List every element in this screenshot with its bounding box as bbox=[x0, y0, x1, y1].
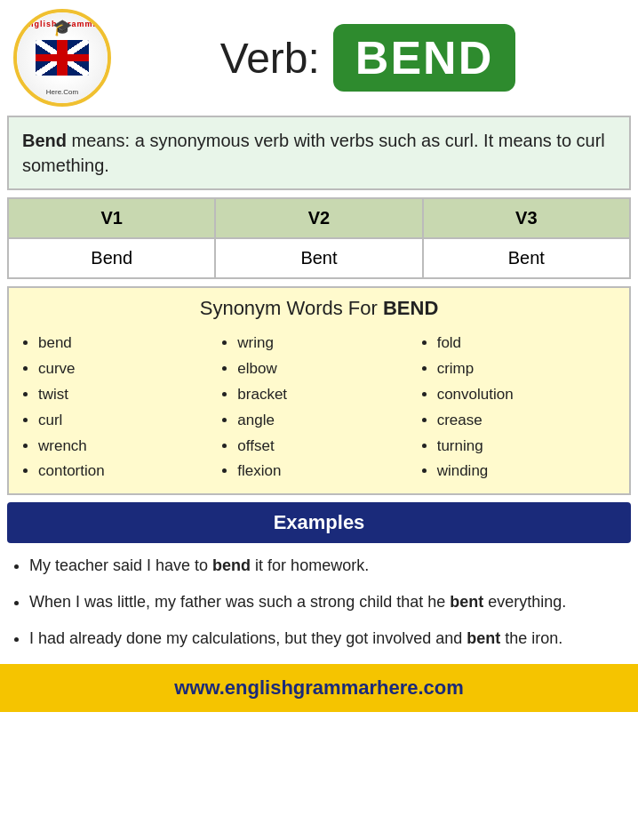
list-item: twist bbox=[38, 382, 217, 408]
synonym-col-3: fold crimp convolution crease turning wi… bbox=[421, 331, 616, 484]
list-item: wrench bbox=[38, 434, 217, 460]
verb-word: BEND bbox=[355, 32, 493, 84]
definition-box: Bend means: a synonymous verb with verbs… bbox=[7, 116, 631, 190]
list-item: offset bbox=[237, 434, 416, 460]
footer: www.englishgrammarhere.com bbox=[0, 664, 638, 712]
examples-header: Examples bbox=[7, 502, 631, 543]
logo: English Grammar 🎓 Here.Com bbox=[13, 9, 111, 107]
table-cell-v3: Bent bbox=[423, 238, 630, 278]
table-header-v1: V1 bbox=[8, 198, 215, 238]
list-item: curl bbox=[38, 408, 217, 434]
example-item-2: When I was little, my father was such a … bbox=[29, 590, 631, 614]
logo-text-bottom: Here.Com bbox=[17, 88, 108, 96]
footer-url: www.englishgrammarhere.com bbox=[174, 676, 464, 699]
definition-text: Bend means: a synonymous verb with verbs… bbox=[22, 128, 616, 178]
example-3-prefix: I had already done my calculations, but … bbox=[29, 629, 467, 647]
table-header-v3: V3 bbox=[423, 198, 630, 238]
synonym-col-2: wring elbow bracket angle offset flexion bbox=[221, 331, 416, 484]
synonym-col-1: bend curve twist curl wrench contortion bbox=[22, 331, 217, 484]
list-item: crimp bbox=[437, 356, 616, 382]
list-item: contortion bbox=[38, 459, 217, 484]
list-item: angle bbox=[237, 408, 416, 434]
synonym-list-2: wring elbow bracket angle offset flexion bbox=[221, 331, 416, 484]
verb-table: V1 V2 V3 Bend Bent Bent bbox=[7, 197, 631, 279]
example-1-prefix: My teacher said I have to bbox=[29, 556, 212, 574]
list-item: flexion bbox=[237, 459, 416, 484]
synonym-list-3: fold crimp convolution crease turning wi… bbox=[421, 331, 616, 484]
example-2-suffix: everything. bbox=[483, 593, 566, 611]
list-item: crease bbox=[437, 408, 616, 434]
examples-list: My teacher said I have to bend it for ho… bbox=[7, 554, 631, 651]
list-item: fold bbox=[437, 331, 616, 356]
table-header-v2: V2 bbox=[215, 198, 422, 238]
list-item: turning bbox=[437, 434, 616, 460]
example-1-suffix: it for homework. bbox=[251, 556, 369, 574]
list-item: bend bbox=[38, 331, 217, 356]
example-1-bold: bend bbox=[212, 556, 251, 574]
synonym-columns: bend curve twist curl wrench contortion … bbox=[22, 331, 616, 484]
definition-rest: means: a synonymous verb with verbs such… bbox=[22, 131, 605, 175]
example-item-3: I had already done my calculations, but … bbox=[29, 627, 631, 651]
example-3-suffix: the iron. bbox=[500, 629, 562, 647]
verb-label: Verb: bbox=[220, 34, 320, 83]
definition-bold: Bend bbox=[22, 131, 67, 150]
list-item: convolution bbox=[437, 382, 616, 408]
table-cell-v2: Bent bbox=[215, 238, 422, 278]
synonym-title-normal: Synonym Words For bbox=[200, 297, 383, 319]
example-3-bold: bent bbox=[467, 629, 500, 647]
synonym-title-bold: BEND bbox=[383, 297, 438, 319]
flag-icon bbox=[36, 40, 89, 76]
mortar-icon: 🎓 bbox=[52, 18, 72, 37]
synonym-box: Synonym Words For BEND bend curve twist … bbox=[7, 286, 631, 495]
list-item: wring bbox=[237, 331, 416, 356]
table-cell-v1: Bend bbox=[8, 238, 215, 278]
list-item: winding bbox=[437, 459, 616, 484]
header: English Grammar 🎓 Here.Com Verb: BEND bbox=[0, 0, 638, 116]
list-item: bracket bbox=[237, 382, 416, 408]
example-item-1: My teacher said I have to bend it for ho… bbox=[29, 554, 631, 578]
list-item: elbow bbox=[237, 356, 416, 382]
example-2-prefix: When I was little, my father was such a … bbox=[29, 593, 450, 611]
list-item: curve bbox=[38, 356, 217, 382]
synonym-list-1: bend curve twist curl wrench contortion bbox=[22, 331, 217, 484]
header-title: Verb: BEND bbox=[111, 24, 625, 92]
verb-word-box: BEND bbox=[333, 24, 515, 92]
example-2-bold: bent bbox=[450, 593, 483, 611]
synonym-title: Synonym Words For BEND bbox=[22, 297, 616, 320]
